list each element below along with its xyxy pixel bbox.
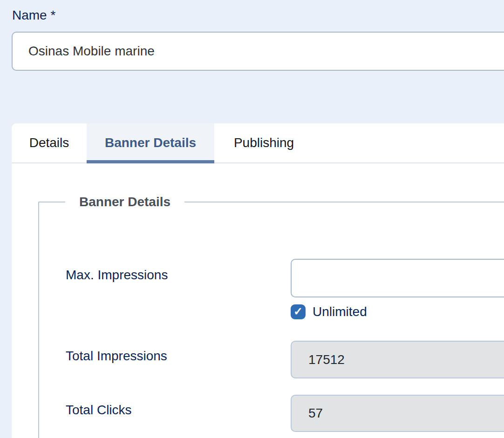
tab-publishing[interactable]: Publishing bbox=[214, 123, 313, 162]
total-impressions-input bbox=[291, 341, 504, 378]
name-input[interactable] bbox=[12, 32, 504, 71]
tab-details[interactable]: Details bbox=[12, 123, 87, 162]
banner-edit-page: Name * Details Banner Details Publishing… bbox=[0, 0, 504, 438]
tab-banner-details[interactable]: Banner Details bbox=[87, 123, 214, 162]
total-impressions-label: Total Impressions bbox=[66, 349, 167, 364]
max-impressions-input[interactable] bbox=[291, 259, 504, 297]
max-impressions-label: Max. Impressions bbox=[66, 268, 168, 283]
banner-details-legend: Banner Details bbox=[65, 195, 184, 209]
unlimited-check-row: ✓ Unlimited bbox=[291, 304, 367, 319]
edit-tabbar: Details Banner Details Publishing bbox=[12, 123, 504, 163]
total-clicks-label: Total Clicks bbox=[66, 403, 132, 418]
name-field-label: Name * bbox=[12, 8, 55, 23]
check-icon: ✓ bbox=[293, 306, 303, 317]
banner-details-fieldset: Banner Details Max. Impressions ✓ Unlimi… bbox=[38, 195, 504, 438]
banner-details-panel: Banner Details Max. Impressions ✓ Unlimi… bbox=[12, 163, 504, 438]
unlimited-checkbox[interactable]: ✓ bbox=[291, 304, 306, 319]
unlimited-label[interactable]: Unlimited bbox=[313, 304, 367, 319]
total-clicks-input bbox=[291, 395, 504, 432]
